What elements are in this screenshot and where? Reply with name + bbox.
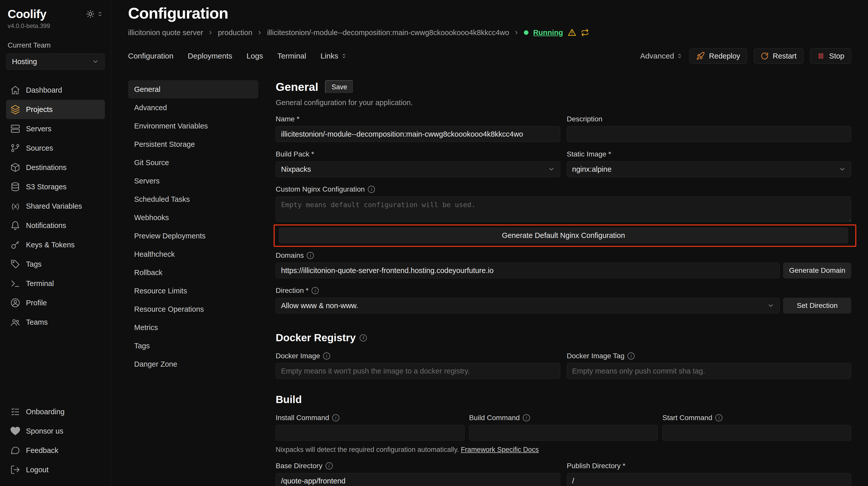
chevron-right-icon [257, 30, 262, 35]
build-command-input[interactable] [469, 425, 658, 441]
sidebar-item-label: Destinations [26, 163, 67, 172]
direction-label: Direction * [276, 287, 851, 295]
publish-directory-input[interactable] [567, 473, 851, 486]
save-button[interactable]: Save [325, 80, 354, 94]
info-icon[interactable] [627, 352, 634, 360]
docker-image-input[interactable] [276, 363, 560, 379]
info-icon[interactable] [523, 414, 530, 421]
info-icon[interactable] [312, 287, 319, 294]
sidebar-item-feedback[interactable]: Feedback [6, 441, 105, 460]
section-title-docker-registry: Docker Registry [276, 332, 851, 344]
breadcrumb-project[interactable]: illicitonion quote server [128, 29, 203, 37]
nginx-config-textarea[interactable] [276, 196, 851, 222]
generate-domain-button[interactable]: Generate Domain [783, 263, 851, 279]
info-icon[interactable] [307, 252, 314, 259]
subnav-item-healthcheck[interactable]: Healthcheck [128, 245, 258, 263]
sidebar-item-teams[interactable]: Teams [6, 313, 105, 332]
framework-docs-link[interactable]: Framework Specific Docs [461, 446, 538, 453]
subnav-item-git-source[interactable]: Git Source [128, 154, 258, 172]
sidebar-item-label: Sponsor us [26, 427, 63, 435]
sidebar-item-label: Terminal [26, 280, 54, 288]
home-icon [10, 85, 20, 95]
install-command-label: Install Command [276, 414, 465, 422]
server-icon [10, 124, 20, 134]
subnav-item-persistent-storage[interactable]: Persistent Storage [128, 135, 258, 154]
subnav-item-scheduled-tasks[interactable]: Scheduled Tasks [128, 190, 258, 208]
domains-input[interactable] [276, 263, 780, 279]
advanced-dropdown[interactable]: Advanced [640, 52, 683, 60]
build-pack-select[interactable]: Nixpacks [276, 161, 560, 177]
base-directory-input[interactable] [276, 473, 560, 486]
sidebar-item-s3-storages[interactable]: S3 Storages [6, 177, 105, 196]
section-title-general: General [276, 80, 318, 94]
restart-button[interactable]: Restart [754, 48, 803, 64]
sidebar-item-keys-tokens[interactable]: Keys & Tokens [6, 235, 105, 254]
breadcrumb-environment[interactable]: production [218, 29, 252, 37]
generate-nginx-config-button[interactable]: Generate Default Nginx Configuration [279, 227, 848, 243]
install-command-input[interactable] [276, 425, 465, 441]
tab-configuration[interactable]: Configuration [128, 52, 173, 60]
tab-logs[interactable]: Logs [247, 52, 263, 60]
sidebar-item-destinations[interactable]: Destinations [6, 158, 105, 177]
info-icon[interactable] [360, 334, 367, 342]
warning-triangle-icon[interactable] [568, 28, 576, 37]
subnav-item-advanced[interactable]: Advanced [128, 98, 258, 117]
team-select[interactable]: Hosting [6, 54, 105, 70]
sidebar-item-label: Teams [26, 318, 48, 326]
subnav-item-rollback[interactable]: Rollback [128, 263, 258, 282]
subnav-item-preview-deployments[interactable]: Preview Deployments [128, 227, 258, 245]
theme-switcher[interactable] [86, 10, 103, 18]
info-icon[interactable] [715, 414, 722, 421]
info-icon[interactable] [326, 462, 333, 469]
sidebar-item-sponsor-us[interactable]: Sponsor us [6, 421, 105, 441]
info-icon[interactable] [368, 186, 375, 193]
sidebar-item-profile[interactable]: Profile [6, 293, 105, 313]
app-version: v4.0.0-beta.399 [8, 22, 105, 30]
sidebar-item-servers[interactable]: Servers [6, 119, 105, 138]
start-command-input[interactable] [662, 425, 851, 441]
sidebar-item-shared-variables[interactable]: (x) Shared Variables [6, 196, 105, 216]
sidebar-item-label: S3 Storages [26, 183, 67, 191]
description-label: Description [567, 115, 851, 123]
subnav-item-webhooks[interactable]: Webhooks [128, 208, 258, 227]
sidebar-nav: Dashboard Projects Servers Sources Desti… [6, 80, 105, 332]
sidebar-item-sources[interactable]: Sources [6, 138, 105, 158]
redeploy-button[interactable]: Redeploy [689, 48, 747, 64]
subnav-item-resource-operations[interactable]: Resource Operations [128, 300, 258, 318]
subnav-item-servers[interactable]: Servers [128, 172, 258, 190]
general-form: General Save General configuration for y… [276, 80, 851, 486]
direction-select[interactable]: Allow www & non-www. [276, 298, 780, 314]
refresh-status-icon[interactable] [581, 29, 589, 37]
sidebar-item-label: Projects [26, 105, 53, 114]
subnav-item-environment-variables[interactable]: Environment Variables [128, 117, 258, 135]
subnav-item-tags[interactable]: Tags [128, 337, 258, 355]
base-directory-label: Base Directory [276, 462, 560, 470]
subnav-item-resource-limits[interactable]: Resource Limits [128, 282, 258, 300]
chevron-down-icon [548, 166, 555, 173]
sidebar-item-projects[interactable]: Projects [6, 100, 105, 119]
sidebar-item-terminal[interactable]: Terminal [6, 274, 105, 293]
settings-subnav: General Advanced Environment Variables P… [128, 80, 258, 486]
sidebar-item-tags[interactable]: Tags [6, 254, 105, 274]
subnav-item-general[interactable]: General [128, 80, 258, 98]
name-input[interactable] [276, 126, 560, 142]
sidebar-item-notifications[interactable]: Notifications [6, 216, 105, 235]
sidebar-item-dashboard[interactable]: Dashboard [6, 80, 105, 100]
static-image-select[interactable]: nginx:alpine [567, 161, 851, 177]
sidebar-item-onboarding[interactable]: Onboarding [6, 402, 105, 421]
breadcrumb-application[interactable]: illicitestonion/-module--decomposition:m… [267, 29, 509, 37]
sidebar-item-logout[interactable]: Logout [6, 460, 105, 479]
description-input[interactable] [567, 126, 851, 142]
docker-image-tag-input[interactable] [567, 363, 851, 379]
tab-terminal[interactable]: Terminal [277, 52, 306, 60]
docker-image-label: Docker Image [276, 352, 560, 360]
info-icon[interactable] [323, 352, 330, 360]
info-icon[interactable] [332, 414, 339, 421]
tab-deployments[interactable]: Deployments [188, 52, 232, 60]
sidebar-item-label: Feedback [26, 446, 58, 455]
stop-button[interactable]: Stop [810, 48, 851, 64]
set-direction-button[interactable]: Set Direction [783, 298, 851, 314]
tab-links[interactable]: Links [320, 52, 347, 60]
subnav-item-metrics[interactable]: Metrics [128, 318, 258, 337]
subnav-item-danger-zone[interactable]: Danger Zone [128, 355, 258, 373]
